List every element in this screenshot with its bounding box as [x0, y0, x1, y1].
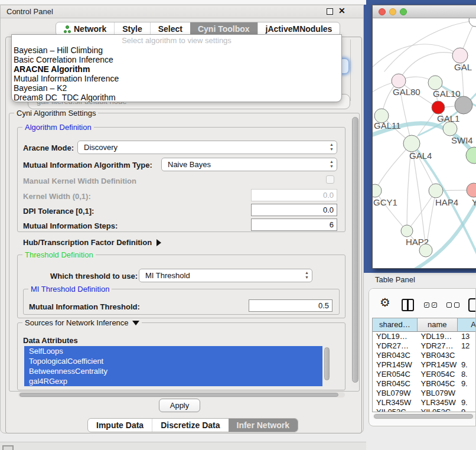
- algorithm-dropdown-item[interactable]: Mutual Information Inference: [12, 74, 341, 83]
- network-canvas[interactable]: GALGAL80GAL10GAL1SWI4GAL11GAL4GCY1HAP4YH…: [373, 18, 476, 268]
- network-node-label: GAL4: [409, 151, 432, 161]
- minimized-panel-icon[interactable]: [2, 445, 14, 450]
- expand-right-icon: [157, 239, 161, 246]
- dpi-tolerance-label: DPI Tolerance [0,1]:: [23, 207, 94, 216]
- dpi-tolerance-field[interactable]: 0.0: [251, 204, 337, 216]
- algorithm-dropdown-list: Bayesian – Hill ClimbingBasic Correlatio…: [12, 45, 341, 102]
- algorithm-dropdown-item[interactable]: Bayesian – K2: [12, 83, 341, 93]
- mi-steps-field[interactable]: 6: [251, 219, 337, 231]
- table-row[interactable]: YBR043CYBR043C: [373, 351, 476, 360]
- table-cell: YBL079W: [373, 389, 418, 398]
- attributes-scrollbar-track[interactable]: [324, 346, 330, 386]
- tab-impute-data[interactable]: Impute Data: [88, 419, 152, 432]
- kernel-width-field[interactable]: 0.0: [251, 189, 337, 201]
- network-node-gal4[interactable]: [403, 135, 420, 152]
- table-row[interactable]: YIL052CYIL052C9.: [373, 407, 476, 412]
- data-attribute-item-selected[interactable]: SelfLoops: [24, 346, 322, 356]
- network-node-gal80[interactable]: [392, 74, 406, 88]
- data-attribute-item-selected[interactable]: BetweennessCentrality: [24, 366, 322, 376]
- tab-select[interactable]: Select: [150, 22, 190, 35]
- tab-cyni-toolbox[interactable]: Cyni Toolbox: [190, 22, 257, 35]
- gear-icon[interactable]: ⚙: [380, 295, 390, 309]
- column-header[interactable]: name: [418, 318, 458, 332]
- column-header[interactable]: A: [458, 318, 476, 332]
- control-panel-window: Control Panel ✕ Network Style Select Cyn…: [0, 5, 364, 433]
- algorithm-dropdown-item[interactable]: ARACNE Algorithm: [12, 64, 341, 74]
- tab-style[interactable]: Style: [114, 22, 149, 35]
- zoom-traffic-light[interactable]: [400, 8, 407, 15]
- network-node[interactable]: [466, 147, 476, 164]
- deselect-all-columns-icon[interactable]: [446, 302, 459, 308]
- data-attribute-item-selected[interactable]: gal4RGexp: [24, 376, 322, 386]
- settings-scrollbar-thumb[interactable]: [352, 117, 358, 383]
- hub-definition-toggle[interactable]: Hub/Transcription Factor Definition: [23, 238, 161, 247]
- network-edge[interactable]: [373, 44, 460, 71]
- tab-jactivemnodules-label: jActiveMNodules: [266, 22, 332, 35]
- table-row[interactable]: YBL079WYBL079W: [373, 389, 476, 398]
- sources-toggle[interactable]: Sources for Network Inference: [22, 318, 142, 327]
- algorithm-dropdown-item[interactable]: Basic Correlation Inference: [12, 55, 341, 64]
- network-edge[interactable]: [399, 53, 460, 81]
- table-panel-toolbar: ⚙ ✓ ✓: [369, 289, 475, 317]
- network-node-hap4[interactable]: [429, 184, 443, 198]
- node-table[interactable]: shared…nameA YDL19…YDL19…13YDR27…YDR27…1…: [372, 318, 476, 412]
- select-all-columns-icon[interactable]: ✓ ✓: [424, 302, 437, 308]
- table-row[interactable]: YER054CYER054C8.: [373, 370, 476, 379]
- mi-type-label: Mutual Information Algorithm Type:: [23, 161, 152, 169]
- column-layout-icon[interactable]: [402, 299, 414, 311]
- network-node-label: SWI4: [451, 135, 473, 145]
- network-node-y[interactable]: [467, 183, 476, 197]
- network-edge[interactable]: [375, 144, 412, 191]
- table-row[interactable]: YBR045CYBR045C9.: [373, 379, 476, 389]
- kernel-width-label: Kernel Width (0,1):: [23, 192, 91, 201]
- network-node-gal10[interactable]: [428, 76, 442, 90]
- minimize-traffic-light[interactable]: [389, 8, 396, 15]
- tab-infer-network-label: Infer Network: [237, 420, 289, 430]
- settings-hscrollbar-track[interactable]: [18, 392, 345, 397]
- table-panel-window: ⚙ ✓ ✓ shared…nameA YDL19…YDL19…13YDR27…Y…: [369, 288, 476, 426]
- network-node[interactable]: [455, 96, 472, 114]
- network-graph[interactable]: GALGAL80GAL10GAL1SWI4GAL11GAL4GCY1HAP4YH…: [373, 18, 476, 268]
- network-node-gal[interactable]: [452, 48, 468, 63]
- network-node-gcy1[interactable]: [373, 184, 382, 197]
- settings-scrollbar-track[interactable]: [351, 115, 359, 389]
- data-attribute-item-selected[interactable]: TopologicalCoefficient: [24, 356, 322, 366]
- table-cell: YER054C: [418, 370, 458, 379]
- network-node-swi4[interactable]: [443, 122, 457, 136]
- which-threshold-combo[interactable]: MI Threshold ▲▼: [139, 269, 312, 282]
- table-cell: YDR27…: [373, 341, 418, 351]
- network-window-titlebar[interactable]: [373, 5, 476, 18]
- table-row[interactable]: YLR345WYLR345W9.: [373, 398, 476, 407]
- table-hscrollbar-track[interactable]: [373, 413, 476, 419]
- network-node-gal1[interactable]: [432, 101, 445, 114]
- manual-kernel-checkbox[interactable]: [326, 175, 334, 184]
- apply-button[interactable]: Apply: [159, 399, 200, 412]
- tab-network[interactable]: Network: [56, 22, 114, 35]
- column-header[interactable]: shared…: [373, 318, 418, 332]
- network-node[interactable]: [469, 18, 476, 27]
- table-row[interactable]: YDL19…YDL19…13: [373, 332, 476, 341]
- close-traffic-light[interactable]: [379, 8, 386, 15]
- mi-type-combo[interactable]: Naive Bayes ▲▼: [161, 158, 337, 171]
- network-node-hap2[interactable]: [401, 225, 413, 237]
- settings-hscrollbar-thumb[interactable]: [19, 393, 338, 397]
- network-node[interactable]: [419, 244, 432, 257]
- float-window-icon[interactable]: [327, 8, 333, 15]
- table-row[interactable]: YDR27…YDR27…12: [373, 341, 476, 351]
- table-cell: YIL052C: [373, 407, 418, 412]
- data-attributes-list[interactable]: SelfLoopsTopologicalCoefficientBetweenne…: [24, 346, 322, 386]
- aracne-mode-combo[interactable]: Discovery ▲▼: [77, 141, 337, 154]
- attributes-scrollbar-thumb[interactable]: [324, 347, 330, 380]
- close-icon[interactable]: ✕: [338, 6, 345, 15]
- tab-infer-network[interactable]: Infer Network: [229, 419, 298, 432]
- algorithm-dropdown-item[interactable]: Bayesian – Hill Climbing: [12, 45, 341, 55]
- tab-discretize-data[interactable]: Discretize Data: [152, 419, 228, 432]
- network-view-window[interactable]: GALGAL80GAL10GAL1SWI4GAL11GAL4GCY1HAP4YH…: [372, 5, 476, 269]
- application-window: GALGAL80GAL10GAL1SWI4GAL11GAL4GCY1HAP4YH…: [0, 0, 476, 450]
- algorithm-dropdown-item[interactable]: Dream8 DC_TDC Algorithm: [12, 93, 341, 102]
- partial-toolbar-icon[interactable]: [468, 298, 476, 312]
- mi-threshold-field[interactable]: 0.5: [249, 299, 332, 312]
- table-hscrollbar-thumb[interactable]: [374, 414, 473, 419]
- tab-jactivemnodules[interactable]: jActiveMNodules: [257, 22, 340, 35]
- table-row[interactable]: YPR145WYPR145W9.: [373, 360, 476, 370]
